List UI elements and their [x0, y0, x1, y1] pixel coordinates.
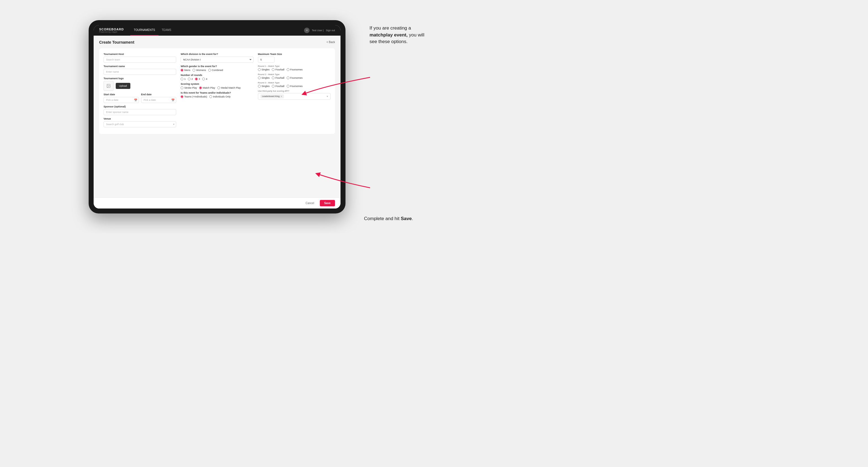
scoring-stroke-radio[interactable]: [181, 87, 183, 89]
cancel-button[interactable]: Cancel: [302, 200, 318, 206]
api-tag-label: Leaderboard King: [262, 95, 280, 97]
round1-fourball[interactable]: Fourball: [272, 68, 284, 71]
third-party-api-field: Use third-party live scoring API? Leader…: [258, 90, 331, 100]
event-teams[interactable]: Teams (+Individuals): [181, 95, 207, 98]
round-3-radio[interactable]: [195, 77, 198, 81]
nav-right: U Test User | Sign out: [304, 28, 335, 33]
gender-label: Which gender is the event for?: [181, 65, 253, 68]
round2-foursomes[interactable]: Foursomes: [287, 76, 303, 79]
event-individuals-radio[interactable]: [209, 95, 212, 98]
annotation-bottom: Complete and hit Save.: [364, 215, 428, 222]
round1-foursomes-label: Foursomes: [290, 68, 303, 71]
round3-foursomes-radio[interactable]: [287, 85, 289, 88]
round3-singles-label: Singles: [261, 85, 270, 88]
round3-fourball-radio[interactable]: [272, 85, 275, 88]
tournament-host-label: Tournament Host: [103, 53, 176, 56]
round-1-radio[interactable]: [181, 77, 183, 81]
gender-combined-radio[interactable]: [208, 69, 211, 71]
tournament-name-input[interactable]: [103, 69, 176, 75]
tournament-host-input[interactable]: [103, 57, 176, 63]
nav-teams[interactable]: TEAMS: [158, 25, 175, 36]
user-name: Test User |: [312, 29, 324, 32]
event-individuals[interactable]: Individuals Only: [209, 95, 230, 98]
form-column-right: Maximum Team Size Round 1 - Match Type S…: [258, 53, 331, 129]
gender-field: Which gender is the event for? Mens Wome…: [181, 65, 253, 71]
scoring-medal[interactable]: Medal Match Play: [217, 87, 241, 89]
gender-combined[interactable]: Combined: [208, 69, 223, 71]
upload-button[interactable]: Upload: [116, 83, 130, 89]
round2-foursomes-label: Foursomes: [290, 76, 303, 79]
round1-foursomes[interactable]: Foursomes: [287, 68, 303, 71]
round1-radio-group: Singles Fourball Foursomes: [258, 68, 331, 71]
scoring-match[interactable]: Match Play: [199, 87, 215, 89]
round-2-radio[interactable]: [188, 77, 191, 81]
back-link[interactable]: < Back: [327, 40, 335, 44]
scoring-medal-radio[interactable]: [217, 87, 220, 89]
tournament-name-field: Tournament name: [103, 65, 176, 75]
scoring-medal-label: Medal Match Play: [221, 87, 241, 89]
start-date-input[interactable]: [103, 97, 139, 103]
scoring-stroke-label: Stroke Play: [184, 87, 197, 89]
user-avatar: U: [304, 28, 310, 33]
round1-singles-radio[interactable]: [258, 68, 261, 71]
save-button[interactable]: Save: [320, 200, 335, 206]
gender-mens-label: Mens: [184, 69, 190, 71]
round-2[interactable]: 2: [188, 77, 193, 81]
max-team-size-label: Maximum Team Size: [258, 53, 331, 56]
round2-fourball-radio[interactable]: [272, 76, 275, 79]
annotation-right: If you are creating a matchplay event, y…: [370, 25, 428, 45]
rounds-label: Number of rounds: [181, 74, 253, 76]
nav-tournaments[interactable]: TOURNAMENTS: [130, 25, 158, 36]
round3-singles-radio[interactable]: [258, 85, 261, 88]
round3-fourball[interactable]: Fourball: [272, 85, 284, 88]
sponsor-input[interactable]: [103, 109, 176, 115]
round-1-label: 1: [184, 77, 186, 81]
round-4-label: 4: [206, 77, 207, 81]
round-4[interactable]: 4: [202, 77, 207, 81]
sponsor-field: Sponsor (optional): [103, 105, 176, 115]
round3-singles[interactable]: Singles: [258, 85, 270, 88]
api-tag-close[interactable]: ×: [281, 95, 282, 98]
annotation-bottom-text2: .: [412, 216, 413, 221]
round1-singles[interactable]: Singles: [258, 68, 270, 71]
round2-radio-group: Singles Fourball Foursomes: [258, 76, 331, 79]
max-team-size-input[interactable]: [258, 57, 275, 63]
gender-womens-radio[interactable]: [192, 69, 195, 71]
venue-input[interactable]: [103, 121, 176, 127]
round1-fourball-radio[interactable]: [272, 68, 275, 71]
brand-logo: SCOREBOARD Powered by clippit: [99, 28, 124, 33]
round3-foursomes[interactable]: Foursomes: [287, 85, 303, 88]
sign-out-link[interactable]: Sign out: [326, 29, 335, 32]
round1-foursomes-radio[interactable]: [287, 68, 289, 71]
division-select[interactable]: NCAA Division I: [181, 57, 253, 63]
round-1[interactable]: 1: [181, 77, 186, 81]
event-teams-radio[interactable]: [181, 95, 183, 98]
event-individuals-label: Individuals Only: [213, 95, 230, 98]
tournament-name-label: Tournament name: [103, 65, 176, 68]
round1-fourball-label: Fourball: [275, 68, 284, 71]
venue-field: Venue ▾: [103, 117, 176, 127]
gender-mens-radio[interactable]: [181, 69, 183, 71]
round2-fourball[interactable]: Fourball: [272, 76, 284, 79]
round-4-radio[interactable]: [202, 77, 205, 81]
round3-label: Round 3 - Match Type: [258, 82, 331, 84]
max-team-size-field: Maximum Team Size: [258, 53, 331, 63]
round2-foursomes-radio[interactable]: [287, 76, 289, 79]
svg-point-1: [108, 85, 108, 85]
event-type-label: Is this event for Teams and/or Individua…: [181, 91, 253, 94]
scoring-stroke[interactable]: Stroke Play: [181, 87, 197, 89]
gender-womens[interactable]: Womens: [192, 69, 206, 71]
annotation-right-bold: matchplay event,: [370, 32, 408, 37]
round-3[interactable]: 3: [195, 77, 200, 81]
api-select-wrap[interactable]: Leaderboard King × ▾: [258, 93, 331, 100]
round2-singles[interactable]: Singles: [258, 76, 270, 79]
gender-mens[interactable]: Mens: [181, 69, 190, 71]
round1-singles-label: Singles: [261, 68, 270, 71]
tournament-host-field: Tournament Host: [103, 53, 176, 63]
start-date-wrap: 📅: [103, 97, 139, 103]
round2-label: Round 2 - Match Type: [258, 73, 331, 76]
round2-singles-radio[interactable]: [258, 76, 261, 79]
scoring-match-radio[interactable]: [199, 87, 202, 89]
end-date-input[interactable]: [141, 97, 177, 103]
page-content: Create Tournament < Back Tournament Host: [94, 36, 341, 197]
